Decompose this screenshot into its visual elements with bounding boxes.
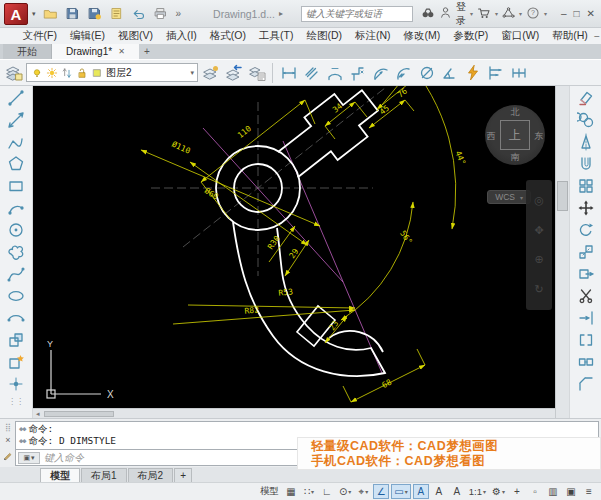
viewcube-north[interactable]: 北 — [485, 106, 545, 119]
object-snap-tracking[interactable]: ∠ — [373, 484, 389, 499]
toolbar-overflow-button[interactable]: » — [173, 8, 183, 19]
array-icon[interactable] — [574, 175, 597, 197]
app-menu-caret-icon[interactable]: ▾ — [32, 10, 36, 18]
print-icon[interactable] — [152, 5, 169, 22]
unlock-icon[interactable] — [75, 65, 89, 81]
menu-item[interactable]: 标注(N) — [349, 29, 398, 43]
erase-icon[interactable] — [574, 87, 597, 109]
cart-icon[interactable] — [477, 6, 491, 22]
user-icon[interactable] — [439, 6, 452, 21]
menu-item[interactable]: 格式(O) — [203, 29, 252, 43]
line-icon[interactable] — [5, 87, 28, 109]
stretch-icon[interactable] — [574, 263, 597, 285]
wcs-selector[interactable]: WCS▾ — [487, 190, 531, 204]
menu-item[interactable]: 绘图(D) — [300, 29, 349, 43]
close-icon[interactable]: × — [5, 435, 10, 445]
isolate-objects[interactable]: ▫ — [527, 484, 543, 499]
navigation-bar[interactable]: ◎ ✥ ⊕ ↻ — [526, 180, 552, 310]
annotation-visibility[interactable]: A — [413, 484, 429, 499]
layout-tab-模型[interactable]: 模型 — [40, 468, 80, 482]
bulb-icon[interactable] — [30, 65, 44, 81]
dim-radius-icon[interactable] — [369, 61, 392, 84]
pan-icon[interactable]: ✥ — [534, 224, 543, 237]
layout-tab-布局1[interactable]: 布局1 — [81, 468, 127, 482]
mdi-minimize-button[interactable]: ‒ — [594, 31, 599, 42]
ortho-mode[interactable]: ∟ — [319, 484, 335, 499]
extend-icon[interactable] — [574, 307, 597, 329]
menu-item[interactable]: 参数(P) — [447, 29, 495, 43]
annotation-scale-sync[interactable]: A — [449, 484, 465, 499]
command-grip[interactable]: ⣿ — [5, 424, 11, 431]
insert-block-icon[interactable] — [5, 329, 28, 351]
mirror-icon[interactable] — [574, 131, 597, 153]
layer-states-icon[interactable] — [199, 61, 222, 84]
customization-menu[interactable]: ≡ — [581, 484, 597, 499]
grid-display[interactable]: ▦ — [283, 484, 299, 499]
annotation-scale[interactable]: 1:1▾ — [467, 484, 488, 499]
model-space-toggle[interactable]: 模型 — [258, 484, 281, 499]
ellipse-icon[interactable] — [5, 285, 28, 307]
login-caret-icon[interactable]: ▾ — [470, 10, 473, 17]
save-as-icon[interactable] — [86, 5, 103, 22]
full-nav-wheel-icon[interactable]: ◎ — [534, 194, 544, 207]
snap-mode[interactable]: ∷▾ — [301, 484, 317, 499]
menu-item[interactable]: 编辑(E) — [63, 29, 111, 43]
offset-icon[interactable] — [574, 153, 597, 175]
maximize-button[interactable]: □ — [574, 8, 580, 19]
arc-icon[interactable] — [5, 197, 28, 219]
horizontal-scrollbar[interactable]: ◂ — [33, 408, 555, 418]
orbit-icon[interactable]: ↻ — [534, 283, 543, 296]
minimize-button[interactable]: ‒ — [561, 8, 567, 19]
app-logo-icon[interactable]: A — [4, 3, 28, 25]
close-button[interactable]: ✕ — [587, 8, 595, 19]
object-snap[interactable]: ⌖▾ — [355, 484, 371, 499]
polygon-icon[interactable] — [5, 153, 28, 175]
plot-icon[interactable] — [108, 5, 125, 22]
undo-icon[interactable] — [130, 5, 147, 22]
dynamic-input[interactable]: ▭▾ — [391, 484, 410, 499]
viewcube-top-face[interactable]: 上 — [500, 120, 530, 150]
dim-ordinate-icon[interactable] — [346, 61, 369, 84]
menu-item[interactable]: 修改(M) — [397, 29, 447, 43]
transfer-icon[interactable] — [60, 65, 74, 81]
copy-icon[interactable] — [574, 109, 597, 131]
circle-icon[interactable] — [5, 219, 28, 241]
dim-continue-icon[interactable] — [507, 61, 530, 84]
menu-item[interactable]: 窗口(W) — [495, 29, 546, 43]
tab-close-icon[interactable]: ✕ — [118, 47, 125, 56]
construction-line-icon[interactable] — [5, 109, 28, 131]
command-options-button[interactable]: ▣▾ — [18, 452, 40, 464]
share-icon[interactable] — [502, 6, 515, 21]
save-icon[interactable] — [64, 5, 81, 22]
rotate-icon[interactable] — [574, 219, 597, 241]
menu-item[interactable]: 文件(F) — [16, 29, 63, 43]
hscroll-thumb[interactable] — [44, 411, 114, 417]
help-caret-icon[interactable]: ▾ — [544, 10, 547, 17]
cart-caret-icon[interactable]: ▾ — [495, 10, 498, 17]
login-button[interactable]: 登录 — [456, 0, 466, 28]
layout-tab-布局2[interactable]: 布局2 — [128, 468, 174, 482]
vertical-scrollbar[interactable] — [555, 86, 569, 418]
chevron-down-icon[interactable]: ▾ — [190, 69, 194, 77]
layer-previous-icon[interactable] — [222, 61, 245, 84]
dim-jogged-icon[interactable] — [392, 61, 415, 84]
search-icon[interactable] — [421, 6, 435, 22]
join-icon[interactable] — [574, 351, 597, 373]
dim-quick-icon[interactable] — [461, 61, 484, 84]
layer-properties-icon[interactable] — [2, 61, 25, 84]
viewcube-south[interactable]: 南 — [485, 151, 545, 164]
sun-icon[interactable] — [45, 65, 59, 81]
dim-aligned-icon[interactable] — [300, 61, 323, 84]
rectangle-icon[interactable] — [5, 175, 28, 197]
dim-linear-icon[interactable] — [277, 61, 300, 84]
annotation-autoscale[interactable]: A — [431, 484, 447, 499]
point-icon[interactable] — [5, 373, 28, 395]
dim-baseline-icon[interactable] — [484, 61, 507, 84]
layer-manager-icon[interactable] — [245, 61, 268, 84]
view-cube[interactable]: 北 南 西 东 上 WCS▾ — [485, 105, 545, 165]
revision-cloud-icon[interactable] — [5, 241, 28, 263]
clean-screen[interactable]: ▣ — [563, 484, 579, 499]
folder-open-icon[interactable] — [42, 5, 59, 22]
menu-item[interactable]: 插入(I) — [159, 29, 203, 43]
trim-icon[interactable] — [574, 285, 597, 307]
